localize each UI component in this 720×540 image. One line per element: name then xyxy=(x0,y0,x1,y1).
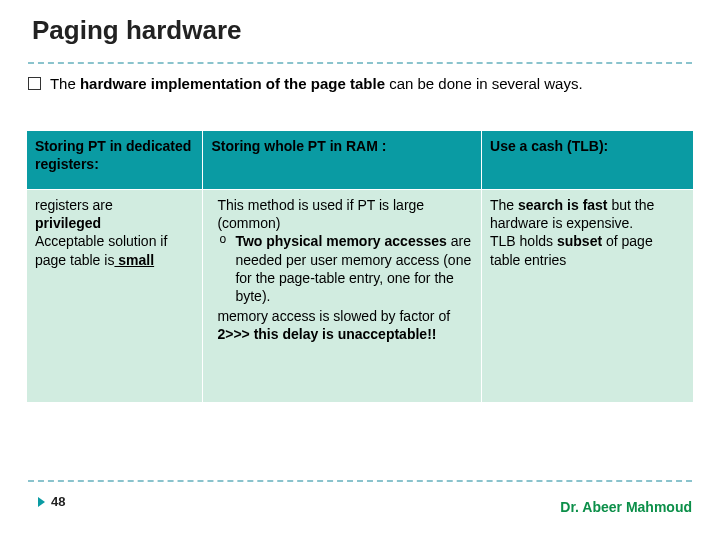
divider-top xyxy=(28,62,692,64)
c3-l1b: search is fast xyxy=(518,197,608,213)
checkbox-icon xyxy=(28,77,41,90)
header-col1: Storing PT in dedicated registers: xyxy=(27,131,203,190)
c2-bullet: Two physical memory accesses are needed … xyxy=(235,232,473,305)
c2-p2b: 2>>> this delay is unacceptable!! xyxy=(217,326,436,342)
page-number: 48 xyxy=(51,494,65,511)
intro-suffix: can be done in several ways. xyxy=(389,75,582,92)
header-col2: Storing whole PT in RAM : xyxy=(203,131,482,190)
c2-p2a: memory access is slowed by factor of xyxy=(217,308,450,324)
intro-bold: hardware implementation of the page tabl… xyxy=(80,75,389,92)
author-label: Dr. Abeer Mahmoud xyxy=(560,498,692,516)
body-col1: registers are privileged Acceptable solu… xyxy=(27,190,203,403)
c1-l1a: registers are xyxy=(35,197,113,213)
c1-l1b: privileged xyxy=(35,215,101,231)
c3-l2b: subset xyxy=(557,233,602,249)
body-col2: This method is used if PT is large (comm… xyxy=(203,190,482,403)
header-col3: Use a cash (TLB): xyxy=(482,131,694,190)
page-number-wrap: 48 xyxy=(38,494,65,511)
play-icon xyxy=(38,497,45,507)
c1-l2b: small xyxy=(114,252,154,268)
body-col3: The search is fast but the hardware is e… xyxy=(482,190,694,403)
intro-prefix: The xyxy=(50,75,80,92)
intro-text: The hardware implementation of the page … xyxy=(28,74,698,94)
c3-l1a: The xyxy=(490,197,518,213)
divider-bottom xyxy=(28,480,692,482)
c3-l2a: TLB holds xyxy=(490,233,557,249)
c2-p1: This method is used if PT is large (comm… xyxy=(217,197,424,231)
table-body-row: registers are privileged Acceptable solu… xyxy=(27,190,694,403)
c2-bullet-a: Two physical memory accesses xyxy=(235,233,446,249)
page-title: Paging hardware xyxy=(32,14,242,48)
slide: Paging hardware The hardware implementat… xyxy=(0,0,720,540)
table-header-row: Storing PT in dedicated registers: Stori… xyxy=(27,131,694,190)
comparison-table: Storing PT in dedicated registers: Stori… xyxy=(26,130,694,403)
